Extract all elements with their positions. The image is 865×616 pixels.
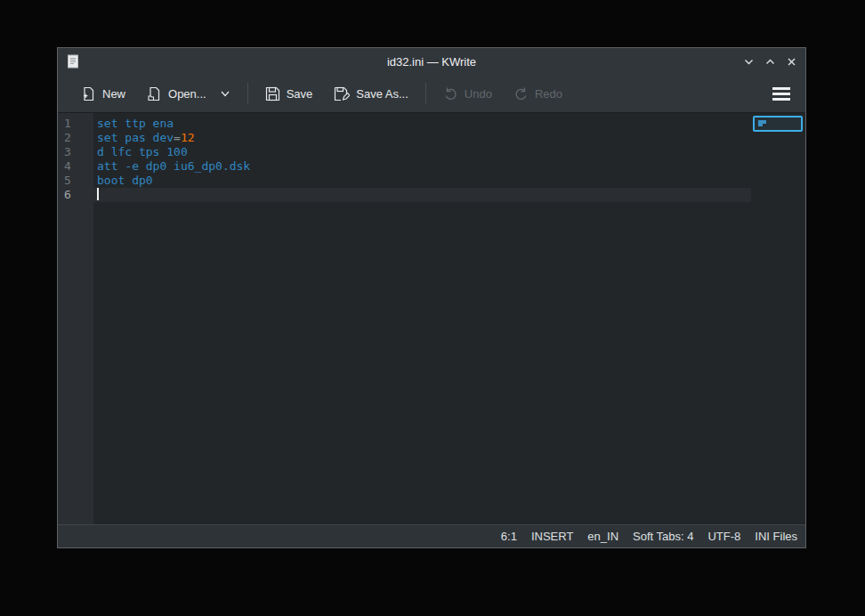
text-cursor <box>97 188 99 200</box>
status-encoding[interactable]: UTF-8 <box>707 530 740 543</box>
code-line[interactable]: set ttp ena <box>93 117 751 131</box>
code-line[interactable]: set pas dev=12 <box>93 131 751 145</box>
save-button[interactable]: Save <box>260 82 319 106</box>
line-number: 3 <box>58 145 76 159</box>
code-token-key: set pas dev <box>97 131 174 144</box>
undo-button-label: Undo <box>465 87 492 101</box>
toolbar: New Open... Save <box>58 75 805 112</box>
save-button-label: Save <box>287 87 313 101</box>
toolbar-separator <box>425 83 426 104</box>
code-line[interactable]: d lfc tps 100 <box>93 145 751 159</box>
line-number: 2 <box>58 131 76 145</box>
code-token-key: set ttp ena <box>97 117 174 130</box>
open-button[interactable]: Open... <box>141 82 236 106</box>
chevron-down-icon <box>743 56 755 68</box>
code-token-number: 12 <box>181 131 195 144</box>
desktop: { "window": { "title": "id32.ini — KWrit… <box>0 0 865 616</box>
code-token-key: d lfc tps 100 <box>97 145 188 158</box>
status-cursor-position[interactable]: 6:1 <box>501 530 517 543</box>
code-line[interactable] <box>93 188 751 202</box>
scrollbar-minimap[interactable] <box>751 113 805 524</box>
minimap-view-rect[interactable] <box>753 116 803 132</box>
line-number: 6 <box>58 188 76 202</box>
window-controls <box>740 48 800 75</box>
editor-lines[interactable]: set ttp enaset pas dev=12d lfc tps 100at… <box>93 113 751 524</box>
redo-button[interactable]: Redo <box>508 82 568 106</box>
minimap-text-mark <box>758 124 763 126</box>
undo-icon <box>443 86 458 101</box>
save-as-button[interactable]: Save As... <box>328 82 414 106</box>
close-icon <box>786 56 797 68</box>
toolbar-separator <box>247 83 248 104</box>
hamburger-icon <box>772 87 790 90</box>
chevron-up-icon <box>764 56 776 68</box>
close-button[interactable] <box>782 53 800 70</box>
open-document-icon <box>147 86 162 101</box>
code-token-key: boot dp0 <box>97 174 153 187</box>
line-number: 5 <box>58 174 76 188</box>
maximize-button[interactable] <box>761 53 779 70</box>
status-input-mode[interactable]: INSERT <box>531 530 573 543</box>
statusbar-items: 6:1INSERTen_INSoft Tabs: 4UTF-8INI Files <box>501 530 797 543</box>
new-document-icon <box>81 86 96 101</box>
redo-button-label: Redo <box>535 87 562 101</box>
code-token-operator: = <box>174 131 181 144</box>
code-line[interactable]: att -e dp0 iu6_dp0.dsk <box>93 159 751 174</box>
line-number: 4 <box>58 159 76 174</box>
line-number: 1 <box>58 117 76 131</box>
minimize-button[interactable] <box>740 53 757 70</box>
redo-icon <box>513 86 529 101</box>
code-token-key: att -e dp0 iu6_dp0.dsk <box>97 159 250 173</box>
open-button-label: Open... <box>168 87 206 101</box>
undo-button[interactable]: Undo <box>438 82 497 106</box>
editor-gutter: 123456 <box>58 113 93 524</box>
code-line[interactable]: boot dp0 <box>93 174 751 188</box>
save-as-icon <box>334 86 350 101</box>
new-button[interactable]: New <box>76 82 131 106</box>
statusbar: 6:1INSERTen_INSoft Tabs: 4UTF-8INI Files <box>58 524 805 547</box>
status-file-type[interactable]: INI Files <box>755 530 797 543</box>
new-button-label: New <box>102 87 125 101</box>
save-as-button-label: Save As... <box>356 87 408 101</box>
window-title: id32.ini — KWrite <box>58 55 805 69</box>
open-dropdown-chevron-icon <box>220 88 230 99</box>
status-dictionary[interactable]: en_IN <box>587 530 618 543</box>
kwrite-window: id32.ini — KWrite New <box>57 47 806 548</box>
save-icon <box>265 86 280 101</box>
status-tab-settings[interactable]: Soft Tabs: 4 <box>633 530 693 543</box>
editor-view[interactable]: 123456 set ttp enaset pas dev=12d lfc tp… <box>58 112 805 524</box>
titlebar[interactable]: id32.ini — KWrite <box>58 48 805 75</box>
menu-button[interactable] <box>768 80 795 107</box>
